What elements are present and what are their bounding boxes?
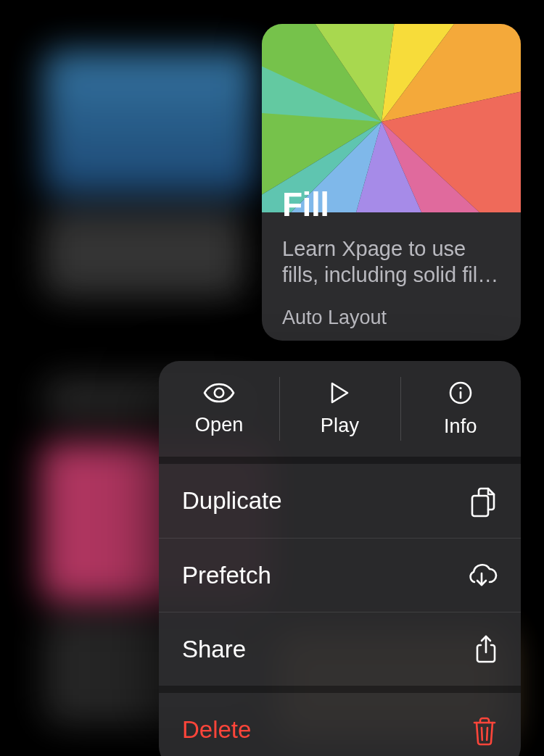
open-label: Open (195, 414, 244, 436)
share-icon (474, 635, 498, 664)
prefetch-menu-item[interactable]: Prefetch (159, 538, 521, 612)
svg-rect-14 (472, 496, 488, 516)
delete-label: Delete (182, 716, 251, 744)
share-label: Share (182, 636, 246, 663)
svg-line-18 (487, 728, 487, 740)
info-icon (448, 381, 473, 408)
duplicate-menu-item[interactable]: Duplicate (159, 464, 521, 538)
delete-menu-item[interactable]: Delete (159, 693, 521, 756)
color-wheel-thumbnail (262, 24, 521, 170)
play-label: Play (321, 415, 359, 437)
info-button[interactable]: Info (400, 361, 521, 457)
menu-separator-2 (159, 686, 521, 693)
svg-point-10 (215, 388, 223, 396)
play-button[interactable]: Play (279, 361, 400, 457)
trash-icon (471, 717, 498, 743)
eye-icon (203, 382, 235, 407)
card-category: Auto Layout (282, 307, 500, 329)
prefetch-label: Prefetch (182, 562, 271, 589)
play-icon (329, 381, 350, 407)
open-button[interactable]: Open (159, 361, 279, 457)
context-menu: Open Play Info Duplicate (159, 361, 521, 756)
card-description: Learn Xpage to use fills, including soli… (282, 236, 500, 288)
svg-line-17 (482, 728, 482, 740)
menu-separator (159, 457, 521, 464)
info-label: Info (444, 415, 477, 438)
cloud-download-icon (466, 563, 498, 588)
item-preview-card: Fill Learn Xpage to use fills, including… (262, 24, 521, 341)
share-menu-item[interactable]: Share (159, 612, 521, 686)
svg-point-13 (459, 386, 461, 389)
context-menu-top-row: Open Play Info (159, 361, 521, 457)
duplicate-icon (470, 487, 498, 515)
duplicate-label: Duplicate (182, 487, 282, 515)
